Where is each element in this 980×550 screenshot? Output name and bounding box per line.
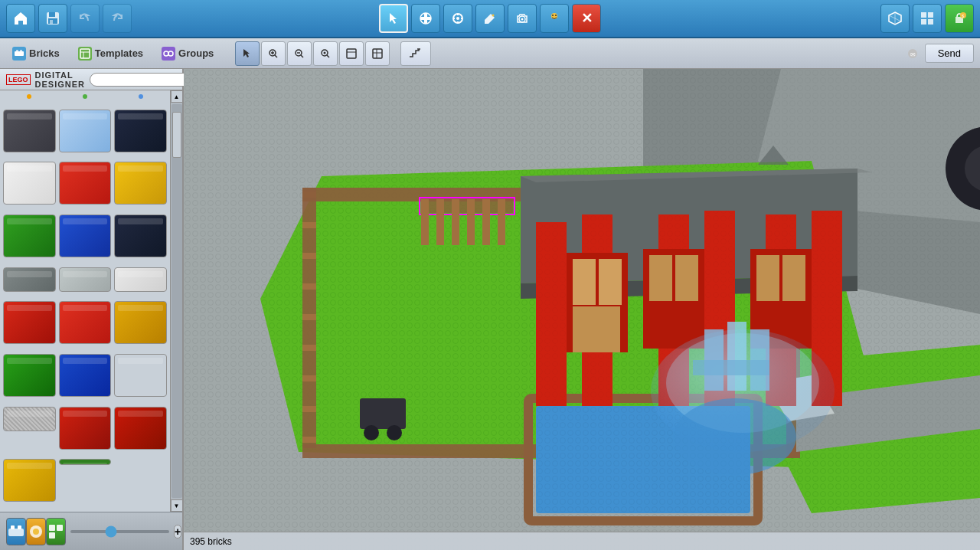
svg-rect-45 (347, 49, 356, 58)
panel-header: LEGO DIGITAL DESIGNER ▶ (0, 69, 182, 90)
svg-point-34 (168, 51, 173, 56)
svg-rect-96 (536, 222, 567, 406)
svg-point-44 (324, 51, 326, 54)
home-button[interactable] (6, 4, 35, 33)
brick-item[interactable] (59, 459, 112, 465)
tab-groups[interactable]: Groups (155, 44, 220, 64)
top-toolbar: ✕ $ (0, 0, 980, 38)
brick-item[interactable] (59, 267, 112, 292)
brick-item[interactable] (3, 267, 56, 292)
brick-item[interactable] (114, 214, 167, 257)
panel-scrollbar[interactable]: ▲ ▼ (170, 90, 182, 512)
brick-item[interactable] (3, 214, 56, 257)
brick-item[interactable] (114, 301, 167, 344)
svg-rect-109 (675, 255, 698, 301)
tab-bricks[interactable]: Bricks (6, 44, 66, 64)
brick-item[interactable] (114, 267, 167, 292)
brick-item[interactable] (59, 354, 112, 397)
brick-item[interactable] (114, 354, 167, 397)
scroll-down-button[interactable]: ▼ (171, 499, 183, 512)
svg-point-8 (456, 17, 459, 20)
brick-item[interactable] (59, 407, 112, 450)
brick-item[interactable] (3, 354, 56, 397)
scroll-up-button[interactable]: ▲ (171, 90, 183, 103)
svg-rect-80 (302, 375, 316, 381)
main-layout: LEGO DIGITAL DESIGNER ▶ (0, 69, 980, 550)
select-view-tool[interactable] (235, 41, 260, 66)
view-flat-button[interactable] (913, 4, 942, 33)
panel-footer: + (0, 512, 182, 550)
svg-text:✉: ✉ (910, 51, 916, 58)
brick-item[interactable] (59, 301, 112, 344)
svg-rect-76 (302, 253, 316, 259)
brick-item[interactable] (3, 110, 56, 152)
camera-tool-button[interactable] (508, 4, 537, 33)
brick-item[interactable] (114, 110, 167, 152)
add-tool-button[interactable] (411, 4, 440, 33)
paint-mode-button[interactable] (26, 518, 46, 545)
svg-point-33 (164, 51, 168, 56)
svg-rect-108 (649, 255, 672, 301)
svg-rect-101 (599, 259, 622, 305)
brick-mode-button[interactable] (6, 518, 26, 545)
zoom-slider[interactable] (70, 530, 169, 533)
status-bar: 395 bricks (184, 532, 980, 550)
svg-rect-23 (921, 19, 926, 25)
groups-tab-icon (162, 47, 175, 61)
svg-line-43 (327, 55, 329, 57)
brick-grid (0, 90, 170, 512)
svg-point-131 (674, 398, 796, 475)
brick-item[interactable] (3, 459, 56, 502)
step-tool[interactable] (400, 41, 431, 66)
svg-rect-82 (302, 437, 316, 443)
redo-button[interactable] (103, 4, 132, 33)
save-button[interactable] (38, 4, 67, 33)
lego-scene[interactable] (184, 69, 980, 550)
brick-item[interactable] (59, 214, 112, 257)
svg-rect-120 (436, 199, 444, 245)
second-toolbar: Bricks Templates Groups (0, 38, 980, 69)
avatar-tool-button[interactable] (540, 4, 569, 33)
brick-item[interactable] (3, 162, 56, 205)
brick-item[interactable] (3, 407, 56, 431)
paint-tool-button[interactable] (475, 4, 505, 33)
groups-tab-label: Groups (178, 47, 214, 59)
brick-item[interactable] (114, 407, 167, 450)
zoom-plus-button[interactable]: + (174, 525, 181, 539)
svg-line-36 (275, 55, 277, 57)
templates-tab-icon (78, 47, 92, 61)
grid-tool[interactable] (365, 41, 390, 66)
lego-logo: LEGO (6, 74, 31, 85)
brick-item[interactable] (59, 162, 112, 205)
tab-templates[interactable]: Templates (72, 44, 149, 64)
view-mode-button[interactable] (46, 518, 66, 545)
svg-rect-24 (928, 19, 933, 25)
svg-rect-81 (302, 406, 316, 412)
brick-item[interactable] (59, 110, 112, 152)
svg-rect-122 (467, 199, 475, 245)
svg-rect-52 (8, 529, 24, 536)
designer-label: DIGITAL DESIGNER (35, 70, 85, 89)
svg-rect-57 (49, 525, 55, 531)
view-3d-button[interactable] (880, 4, 910, 33)
pan-tool[interactable] (339, 41, 364, 66)
canvas-area: 395 bricks (184, 69, 980, 550)
svg-line-40 (301, 55, 303, 57)
brick-item[interactable] (3, 301, 56, 344)
undo-button[interactable] (70, 4, 100, 33)
svg-rect-22 (928, 12, 933, 18)
zoom-in-tool[interactable] (261, 41, 286, 66)
hinge-tool-button[interactable] (443, 4, 472, 33)
bag-button[interactable]: $ (945, 4, 974, 33)
svg-rect-29 (20, 50, 22, 52)
brick-count-label: 395 bricks (190, 536, 232, 547)
delete-tool-button[interactable]: ✕ (572, 4, 601, 33)
select-tool-button[interactable] (379, 4, 408, 33)
scroll-thumb[interactable] (172, 112, 181, 158)
svg-rect-116 (782, 255, 805, 301)
zoom-out-tool[interactable] (287, 41, 312, 66)
fit-tool[interactable] (313, 41, 338, 66)
templates-tab-label: Templates (95, 47, 143, 59)
brick-item[interactable] (114, 162, 167, 205)
send-button[interactable]: Send (925, 44, 974, 63)
